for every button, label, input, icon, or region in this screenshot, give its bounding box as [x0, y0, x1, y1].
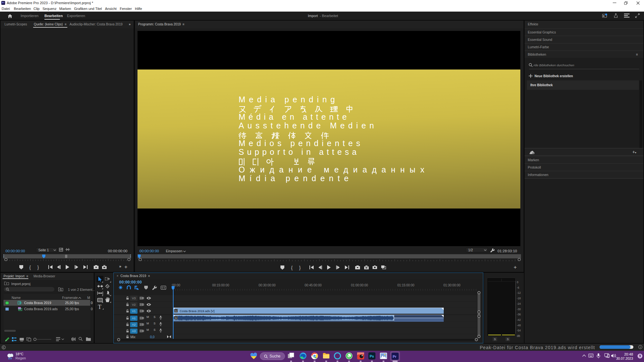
svg-text:Pr: Pr [393, 355, 397, 358]
svg-text:Ps: Ps [370, 354, 374, 358]
